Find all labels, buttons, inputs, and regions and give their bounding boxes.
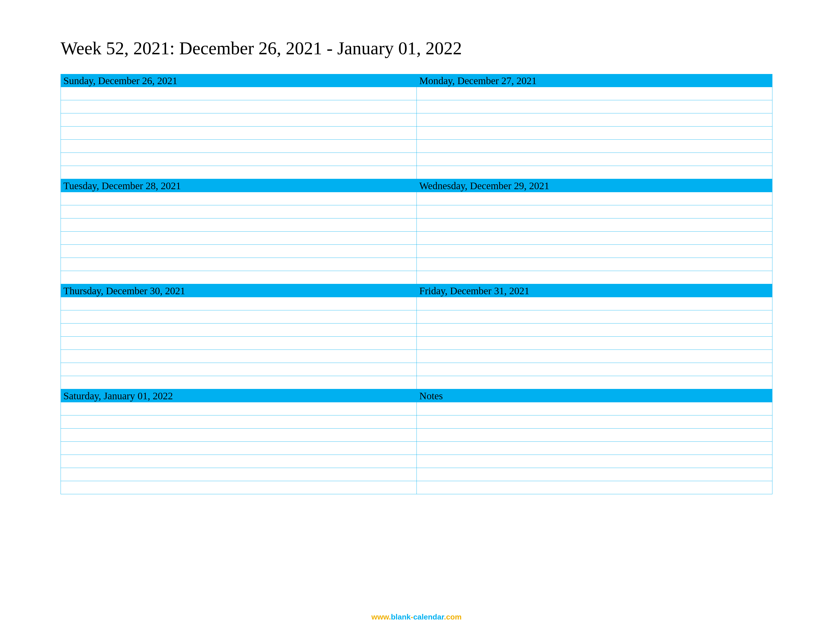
day-row[interactable] (61, 363, 416, 376)
day-row[interactable] (61, 324, 416, 336)
day-block-saturday: Saturday, January 01, 2022 (61, 389, 416, 494)
day-row[interactable] (416, 324, 772, 336)
footer-blank: blank (391, 613, 411, 621)
day-row[interactable] (416, 100, 772, 113)
footer-url: www.blank-calendar.com (371, 613, 462, 621)
day-row[interactable] (61, 336, 416, 350)
day-row[interactable] (61, 219, 416, 232)
footer-www: www. (371, 613, 391, 621)
day-row[interactable] (61, 245, 416, 258)
day-row[interactable] (61, 113, 416, 127)
day-row[interactable] (416, 153, 772, 166)
day-row[interactable] (61, 311, 416, 324)
day-row[interactable] (416, 140, 772, 153)
day-row[interactable] (416, 336, 772, 350)
day-header-saturday: Saturday, January 01, 2022 (61, 389, 416, 402)
footer-calendar: calendar (413, 613, 444, 621)
day-block-sunday: Sunday, December 26, 2021 (61, 74, 416, 179)
day-header-notes: Notes (416, 389, 772, 402)
day-row[interactable] (416, 468, 772, 481)
day-row[interactable] (61, 87, 416, 100)
day-row[interactable] (416, 166, 772, 179)
weekly-calendar-grid: Sunday, December 26, 2021 Monday, Decemb… (61, 74, 772, 494)
day-row[interactable] (416, 127, 772, 140)
day-row[interactable] (416, 113, 772, 127)
day-row[interactable] (61, 442, 416, 455)
day-row[interactable] (416, 311, 772, 324)
day-row[interactable] (61, 428, 416, 442)
page-title: Week 52, 2021: December 26, 2021 - Janua… (61, 38, 772, 59)
day-row[interactable] (61, 232, 416, 245)
day-row[interactable] (416, 245, 772, 258)
day-row[interactable] (61, 192, 416, 205)
day-row[interactable] (416, 481, 772, 494)
day-row[interactable] (416, 376, 772, 389)
day-row[interactable] (61, 153, 416, 166)
day-row[interactable] (61, 271, 416, 284)
day-header-sunday: Sunday, December 26, 2021 (61, 74, 416, 87)
day-row[interactable] (61, 455, 416, 468)
day-block-notes: Notes (416, 389, 772, 494)
day-row[interactable] (61, 140, 416, 153)
day-row[interactable] (416, 271, 772, 284)
day-row[interactable] (416, 205, 772, 219)
day-row[interactable] (416, 428, 772, 442)
day-block-thursday: Thursday, December 30, 2021 (61, 284, 416, 389)
day-row[interactable] (61, 205, 416, 219)
day-row[interactable] (61, 258, 416, 271)
day-row[interactable] (416, 258, 772, 271)
day-row[interactable] (416, 442, 772, 455)
day-row[interactable] (416, 350, 772, 363)
day-row[interactable] (61, 166, 416, 179)
day-row[interactable] (416, 363, 772, 376)
day-block-wednesday: Wednesday, December 29, 2021 (416, 179, 772, 284)
footer-dash: - (411, 613, 413, 621)
day-row[interactable] (61, 350, 416, 363)
day-row[interactable] (416, 415, 772, 428)
day-row[interactable] (416, 297, 772, 311)
day-row[interactable] (61, 415, 416, 428)
day-header-tuesday: Tuesday, December 28, 2021 (61, 179, 416, 192)
day-header-thursday: Thursday, December 30, 2021 (61, 284, 416, 297)
day-row[interactable] (416, 219, 772, 232)
day-header-wednesday: Wednesday, December 29, 2021 (416, 179, 772, 192)
day-row[interactable] (416, 87, 772, 100)
day-row[interactable] (416, 402, 772, 415)
day-row[interactable] (61, 481, 416, 494)
day-block-friday: Friday, December 31, 2021 (416, 284, 772, 389)
day-row[interactable] (416, 455, 772, 468)
day-row[interactable] (61, 127, 416, 140)
day-row[interactable] (61, 297, 416, 311)
day-row[interactable] (61, 402, 416, 415)
day-row[interactable] (416, 232, 772, 245)
day-row[interactable] (61, 468, 416, 481)
day-header-monday: Monday, December 27, 2021 (416, 74, 772, 87)
day-row[interactable] (61, 376, 416, 389)
day-row[interactable] (61, 100, 416, 113)
day-row[interactable] (416, 192, 772, 205)
day-header-friday: Friday, December 31, 2021 (416, 284, 772, 297)
day-block-tuesday: Tuesday, December 28, 2021 (61, 179, 416, 284)
footer-com: .com (444, 613, 462, 621)
day-block-monday: Monday, December 27, 2021 (416, 74, 772, 179)
